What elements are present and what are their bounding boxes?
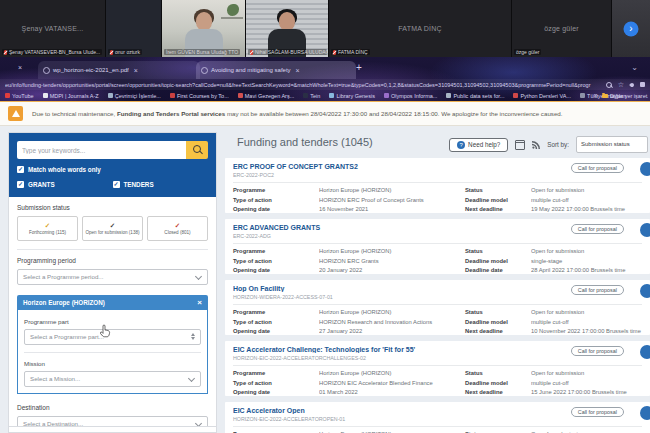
next-participants-button[interactable]: ›	[624, 21, 639, 36]
tab-pdf[interactable]: wp_horizon-eic-2021_en.pdf ×	[38, 61, 200, 79]
participant-tile[interactable]: Şenay VATANSE... Şenay VATANSEVER-BN_Bur…	[0, 0, 106, 57]
background-shelf	[221, 17, 243, 19]
tab-title: wp_horizon-eic-2021_en.pdf	[53, 67, 129, 73]
card-action-button[interactable]	[640, 284, 650, 298]
call-details: ProgrammeHorizon Europe (HORIZON) Status…	[233, 427, 642, 433]
bookmark-favicon	[170, 93, 175, 98]
address-bar[interactable]: eu/info/funding-tenders/opportunities/po…	[0, 79, 650, 90]
bookmarks-bar: YouTube MDPI | Journals A-Z Çevrimiçi İş…	[0, 90, 650, 101]
bookmark-favicon	[108, 93, 113, 98]
result-card[interactable]: ERC PROOF OF CONCEPT GRANTS2 ERC-2022-PO…	[225, 158, 650, 213]
bookmark-item[interactable]: Tein	[303, 93, 320, 99]
close-tab-icon[interactable]: ×	[134, 67, 138, 74]
bookmark-favicon	[238, 93, 243, 98]
participant-tile[interactable]: FATMA DİNÇ FATMA DİNÇ	[329, 0, 512, 57]
call-details: ProgrammeHorizon Europe (HORIZON) Status…	[233, 244, 642, 273]
programming-period-label: Programming period	[17, 257, 208, 264]
rss-icon[interactable]	[532, 141, 540, 149]
participant-tile[interactable]: özge güler özge güler	[512, 0, 612, 57]
browser-chrome: × wp_horizon-eic-2021_en.pdf × Avoiding …	[0, 57, 650, 101]
bookmarks-overflow-icon[interactable]: »	[594, 92, 598, 99]
call-type-badge: Call for proposal	[571, 163, 624, 173]
bookmark-item[interactable]: First Courses by To...	[170, 93, 229, 99]
programming-period-section: Programming period Select a Programme pe…	[9, 250, 216, 293]
results-controls: ? Need help? Sort by: Submission status	[449, 136, 648, 153]
participant-name: FATMA DİNÇ	[329, 25, 511, 32]
match-whole-words-checkbox[interactable]: Match whole words only	[17, 166, 208, 173]
maintenance-banner: Due to technical maintenance, Funding an…	[0, 101, 650, 126]
participant-tile[interactable]: onur ozturk	[106, 0, 162, 57]
zoom-icon[interactable]	[606, 82, 612, 88]
participant-name: özge güler	[512, 25, 611, 32]
bookmark-item[interactable]: Public data sets for...	[446, 93, 504, 99]
close-tab-icon[interactable]: ×	[296, 67, 300, 74]
status-open-for-submission[interactable]: ✓ Open for submission (138)	[82, 216, 143, 241]
bookmark-favicon	[5, 93, 10, 98]
bookmark-item[interactable]: YouTube	[5, 93, 34, 99]
tab-strip: × wp_horizon-eic-2021_en.pdf × Avoiding …	[0, 57, 650, 79]
result-card[interactable]: Hop On Facility HORIZON-WIDERA-2022-ACCE…	[225, 280, 650, 335]
status-forthcoming[interactable]: ✓ Forthcoming (115)	[17, 216, 78, 241]
bookmark-favicon	[580, 93, 585, 98]
status-closed[interactable]: ✓ Closed (801)	[147, 216, 208, 241]
mic-off-icon	[250, 50, 253, 55]
tab-search-chevron-icon[interactable]: ⌄	[631, 63, 638, 72]
card-action-button[interactable]	[640, 223, 650, 237]
card-action-button[interactable]	[640, 406, 650, 420]
result-card[interactable]: ERC ADVANCED GRANTS ERC-2022-ADG Call fo…	[225, 219, 650, 274]
bookmark-item[interactable]: Olympos Informa...	[384, 93, 437, 99]
calendar-icon[interactable]	[515, 140, 525, 150]
bookmark-item[interactable]: Library Genesis	[329, 93, 375, 99]
tab-favicon	[201, 67, 208, 74]
participant-label: onur ozturk	[108, 49, 142, 55]
bookmark-item[interactable]: Çevrimiçi İşlemle...	[108, 93, 161, 99]
card-action-button[interactable]	[640, 345, 650, 359]
extensions-icon[interactable]	[640, 82, 645, 87]
card-action-button[interactable]	[640, 162, 650, 176]
tenders-checkbox[interactable]: TENDERS	[113, 181, 209, 188]
checkbox-icon	[113, 181, 120, 188]
need-help-button[interactable]: ? Need help?	[449, 138, 508, 152]
chevron-down-icon	[195, 273, 202, 280]
mission-select[interactable]: Select a Mission...	[24, 371, 201, 387]
result-card[interactable]: EIC Accelerator Open HORIZON-EIC-2022-AC…	[225, 402, 650, 433]
folder-icon	[602, 94, 608, 98]
new-tab-button[interactable]: +	[356, 62, 362, 73]
check-icon: ✓	[110, 223, 115, 229]
bookmark-star-icon[interactable]: ☆	[618, 81, 624, 88]
grants-checkbox[interactable]: GRANTS	[17, 181, 113, 188]
address-bar-icons: ☆	[606, 81, 645, 88]
participant-tile-video[interactable]: İrem GÜVEN Bursa Uludağ TTO	[162, 0, 246, 57]
call-type-badge: Call for proposal	[571, 224, 624, 234]
close-tab-icon[interactable]: ×	[18, 64, 22, 71]
programme-part-select[interactable]: Select a Programme part...	[24, 329, 201, 345]
mouse-cursor	[100, 324, 111, 342]
pin-icon[interactable]	[629, 82, 635, 88]
search-button[interactable]	[186, 141, 208, 159]
participant-tile-video[interactable]: Nihal SAĞLAM-BURSA ULUDAĞ ...	[246, 0, 329, 57]
programming-period-select[interactable]: Select a Programme period...	[17, 269, 208, 285]
url-text[interactable]: eu/info/funding-tenders/opportunities/po…	[5, 82, 601, 88]
participant-label: özge güler	[514, 49, 541, 55]
banner-text: Due to technical maintenance, Funding an…	[32, 110, 563, 117]
keyword-search-panel: Match whole words only GRANTS TENDERS	[9, 133, 216, 197]
horizon-europe-filter: Horizon Europe (HORIZON) × Programme par…	[17, 295, 208, 394]
tab-active[interactable]: Avoiding and mitigating safety ×	[196, 61, 356, 79]
submission-status-section: Submission status ✓ Forthcoming (115) ✓ …	[9, 197, 216, 249]
checkbox-icon	[17, 166, 24, 173]
bookmark-favicon	[446, 93, 451, 98]
bookmark-favicon	[43, 93, 48, 98]
horizon-europe-header[interactable]: Horizon Europe (HORIZON) ×	[17, 295, 208, 310]
bookmark-item[interactable]: Python Dersleri VA...	[513, 93, 571, 99]
call-type-badge: Call for proposal	[571, 346, 624, 356]
search-input[interactable]	[17, 141, 186, 159]
participant-name: Şenay VATANSE...	[0, 25, 105, 32]
submission-status-label: Submission status	[17, 204, 208, 211]
bookmark-item[interactable]: MDPI | Journals A-Z	[43, 93, 99, 99]
call-details: ProgrammeHorizon Europe (HORIZON) Status…	[233, 366, 642, 395]
close-icon[interactable]: ×	[197, 298, 202, 307]
other-bookmarks-folder[interactable]: Diğer yer işaret...	[602, 93, 648, 99]
result-card[interactable]: EIC Accelerator Challenge: Technologies …	[225, 341, 650, 396]
sort-select[interactable]: Submission status	[576, 136, 648, 153]
bookmark-item[interactable]: Mavi Gezegen Arş...	[238, 93, 295, 99]
